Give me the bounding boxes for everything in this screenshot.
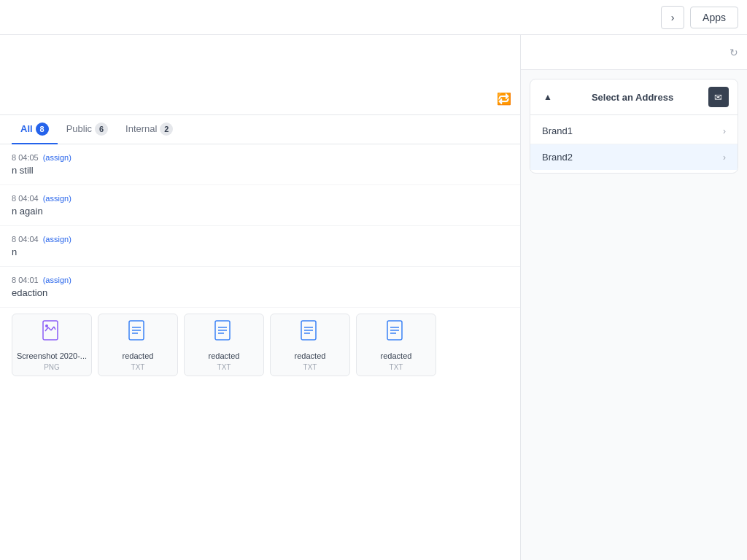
tab-public-label: Public [66,123,92,134]
message-text: n [12,246,508,257]
collapse-button[interactable]: ▲ [539,88,557,106]
message-meta: 8 04:04 (assign) [12,235,508,244]
attachment-type: PNG [44,363,60,371]
attachments-row: Screenshot 2020-... PNG redacted T [0,308,520,385]
address-header-right: ✉ [708,87,729,107]
attachment-type: TXT [303,363,317,371]
tab-public[interactable]: Public 6 [58,115,117,144]
image-file-icon [42,320,62,349]
assign-link[interactable]: (assign) [43,276,71,284]
attachment-name: redacted [123,351,154,360]
mail-button[interactable]: ✉ [708,87,729,107]
message-time: 8 04:05 [12,153,39,162]
reply-icon[interactable]: 🔁 [497,92,511,106]
tab-internal-label: Internal [125,123,157,134]
message-meta: 8 04:04 (assign) [12,194,508,203]
tab-all-label: All [20,123,33,134]
top-bar: › Apps [0,0,747,35]
attachment-name: redacted [209,351,240,360]
assign-link[interactable]: (assign) [43,194,71,203]
message-meta: 8 04:05 (assign) [12,153,508,162]
brand1-label: Brand1 [542,125,573,136]
chevron-forward-button[interactable]: › [661,6,684,29]
attachment-card[interactable]: redacted TXT [98,314,178,376]
attachment-card[interactable]: redacted TXT [270,314,350,376]
attachment-name: redacted [295,351,326,360]
svg-line-1 [45,327,48,331]
tab-all[interactable]: All 8 [12,115,58,144]
svg-line-4 [54,327,55,330]
message-meta: 8 04:01 (assign) [12,276,508,284]
address-title: Select an Address [592,92,673,103]
tabs-bar: All 8 Public 6 Internal 2 [0,115,520,144]
tab-all-badge: 8 [36,122,49,136]
message-text: edaction [12,287,508,298]
messages-list: 8 04:05 (assign) n still 8 04:04 (assign… [0,144,520,560]
attachment-name: Screenshot 2020-... [17,351,87,360]
message-time: 8 04:04 [12,194,39,203]
refresh-icon[interactable]: ↻ [729,47,738,58]
message-time: 8 04:04 [12,235,39,244]
right-panel-top: ↻ [521,35,747,70]
attachment-card[interactable]: redacted TXT [184,314,264,376]
tab-internal-badge: 2 [160,122,173,136]
assign-link[interactable]: (assign) [43,235,71,244]
attachment-card[interactable]: Screenshot 2020-... PNG [12,314,92,376]
message-text: n still [12,165,508,176]
brand-list: Brand1 › Brand2 › [530,115,738,173]
attachment-card[interactable]: redacted TXT [356,314,436,376]
txt-file-icon [214,320,234,349]
tab-internal[interactable]: Internal 2 [117,115,182,144]
brand2-label: Brand2 [542,152,573,163]
brand1-chevron-icon: › [723,126,726,136]
txt-file-icon [128,320,148,349]
reply-area: 🔁 [0,35,520,115]
brand2-chevron-icon: › [723,152,726,163]
apps-button[interactable]: Apps [690,7,738,28]
message-text: n again [12,206,508,217]
address-panel: ▲ Select an Address ✉ Brand1 › Brand2 › [530,79,738,174]
message-item: 8 04:05 (assign) n still [0,144,520,185]
mail-icon: ✉ [714,92,722,103]
attachment-name: redacted [381,351,412,360]
svg-point-5 [45,324,48,327]
tab-public-badge: 6 [95,122,108,136]
left-panel: 🔁 All 8 Public 6 Internal 2 8 04:05 [0,35,521,560]
txt-file-icon [300,320,320,349]
attachment-type: TXT [131,363,145,371]
main-layout: 🔁 All 8 Public 6 Internal 2 8 04:05 [0,35,747,560]
message-time: 8 04:01 [12,276,39,284]
address-header: ▲ Select an Address ✉ [530,79,738,115]
message-item: 8 04:04 (assign) n [0,226,520,267]
attachment-type: TXT [217,363,231,371]
chevron-icon: › [671,12,675,23]
txt-file-icon [386,320,406,349]
svg-line-2 [48,327,51,330]
brand-item-brand1[interactable]: Brand1 › [530,118,738,144]
message-item: 8 04:01 (assign) edaction [0,267,520,308]
svg-line-3 [51,327,54,330]
brand-item-brand2[interactable]: Brand2 › [530,144,738,170]
attachment-type: TXT [390,363,403,371]
assign-link[interactable]: (assign) [43,153,71,162]
message-item: 8 04:04 (assign) n again [0,185,520,226]
right-panel: ↻ ▲ Select an Address ✉ Brand1 › Bran [521,35,747,560]
